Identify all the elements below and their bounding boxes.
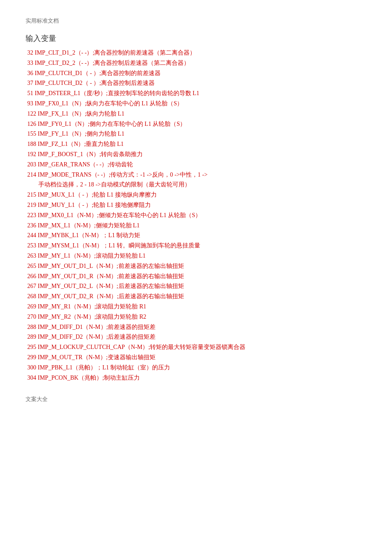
list-item: 268 IMP_MY_OUT_D2_R（N-M）;后差速器的右输出轴扭矩 xyxy=(27,291,366,302)
list-item: 203 IMP_GEAR_TRANS（- -）;传动齿轮 xyxy=(27,160,366,170)
list-item: 188 IMP_FZ_L1（N）;垂直力轮胎 L1 xyxy=(27,139,366,149)
list-item: 33 IMP_CLT_D2_2（- -）;离合器控制后差速器（第二离合器） xyxy=(27,58,366,68)
list-item: 266 IMP_MY_OUT_D1_R（N-M）;前差速器的右输出轴扭矩 xyxy=(27,271,366,282)
list-item: 236 IMP_MX_L1（N-M）;侧倾力矩轮胎 L1 xyxy=(27,221,366,231)
list-item: 265 IMP_MY_OUT_D1_L（N-M）;前差速器的左输出轴扭矩 xyxy=(27,261,366,271)
entries-container: 32 IMP_CLT_D1_2（- -）;离合器控制的前差速器（第二离合器）33… xyxy=(26,48,366,383)
list-item: 32 IMP_CLT_D1_2（- -）;离合器控制的前差速器（第二离合器） xyxy=(27,48,366,58)
list-item: 37 IMP_CLUTCH_D2（ - ）;离合器控制后差速器 xyxy=(27,78,366,88)
list-item: 267 IMP_MY_OUT_D2_L（N-M）;后差速器的左输出轴扭矩 xyxy=(27,281,366,291)
list-item: 36 IMP_CLUTCH_D1（ - ）;离合器控制的前差速器 xyxy=(27,68,366,78)
list-item: 270 IMP_MY_R2（N-M）;滚动阻力矩轮胎 R2 xyxy=(27,312,366,322)
list-item: 300 IMP_PBK_L1（兆帕）；L1 制动轮缸（室）的压力 xyxy=(27,363,366,373)
list-item: 304 IMP_PCON_BK（兆帕）;制动主缸压力 xyxy=(27,373,366,383)
list-item: 215 IMP_MUX_L1（ - ）;轮胎 L1 接地纵向摩擦力 xyxy=(27,190,366,200)
list-item: 126 IMP_FY0_L1（N）;侧向力在车轮中心的 L1 从轮胎（S） xyxy=(27,119,366,129)
list-item: 手动档位选择，2 - 18 ->自动模式的限制（最大齿轮可用） xyxy=(38,180,366,190)
list-item: 288 IMP_M_DIFF_D1（N-M）;前差速器的扭矩差 xyxy=(27,322,366,332)
list-item: 223 IMP_MX0_L1（N-M）;侧倾力矩在车轮中心的 L1 从轮胎（S） xyxy=(27,210,366,221)
list-item: 214 IMP_MODE_TRANS（- -）;传动方式：-1 ->反向，0 -… xyxy=(27,170,366,180)
list-item: 269 IMP_MY_R1（N-M）;滚动阻力矩轮胎 R1 xyxy=(27,302,366,312)
list-item: 289 IMP_M_DIFF_D2（N-M）;后差速器的扭矩差 xyxy=(27,332,366,342)
list-item: 263 IMP_MY_L1（N-M）;滚动阻力矩轮胎 L1 xyxy=(27,251,366,261)
list-item: 122 IMP_FX_L1（N）;纵向力轮胎 L1 xyxy=(27,109,366,119)
list-item: 219 IMP_MUY_L1（ - ）;轮胎 L1 接地侧摩阻力 xyxy=(27,200,366,210)
section-title: 输入变量 xyxy=(26,33,366,44)
list-item: 253 IMP_MYSM_L1（N-M）；L1 转。瞬间施加到车轮的悬挂质量 xyxy=(27,241,366,251)
list-item: 192 IMP_F_BOOST_1（N）;转向齿条助推力 xyxy=(27,149,366,160)
footer-label: 文案大全 xyxy=(26,395,366,403)
list-item: 295 IMP_M_LOCKUP_CLUTCH_CAP（N-M）;转矩的最大转矩… xyxy=(27,342,366,352)
list-item: 51 IMP_DSTEER_L1（度/秒）;直接控制车轮的转向齿轮的导数 L1 xyxy=(27,88,366,99)
list-item: 299 IMP_M_OUT_TR（N-M）;变速器输出轴扭矩 xyxy=(27,352,366,363)
list-item: 93 IMP_FX0_L1（N）;纵向力在车轮中心的 L1 从轮胎（S） xyxy=(27,99,366,109)
list-item: 155 IMP_FY_L1（N）;侧向力轮胎 L1 xyxy=(27,129,366,139)
header-label: 实用标准文档 xyxy=(26,17,366,25)
list-item: 244 IMP_MYBK_L1（N-M）；L1 制动力矩 xyxy=(27,230,366,241)
